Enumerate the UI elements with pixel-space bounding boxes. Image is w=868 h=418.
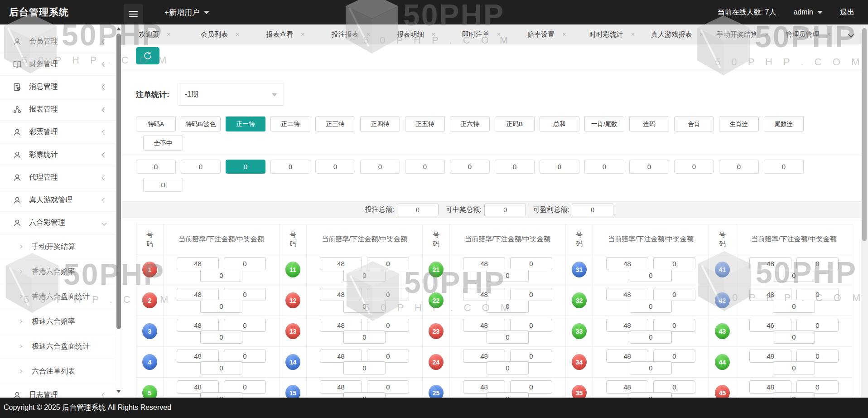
tab-close-icon[interactable]: ✕ <box>765 31 769 38</box>
win-input-3[interactable] <box>200 331 242 344</box>
odds-input-2[interactable] <box>177 288 219 301</box>
add-user-button[interactable]: +新增用户 <box>164 0 209 24</box>
filter-button-8[interactable]: 正码B <box>495 117 535 131</box>
bet-input-12[interactable] <box>367 288 409 301</box>
odds-input-45[interactable] <box>749 380 791 394</box>
bet-input-43[interactable] <box>796 319 839 332</box>
odds-input-13[interactable] <box>320 319 362 332</box>
filter-button-5[interactable]: 正四特 <box>360 117 400 131</box>
filter-button-4[interactable]: 正三特 <box>315 117 355 131</box>
page-scroll-thumb[interactable] <box>862 28 867 241</box>
bet-input-3[interactable] <box>224 319 266 332</box>
odds-input-35[interactable] <box>606 380 648 394</box>
odds-input-42[interactable] <box>749 288 791 301</box>
filter-button-1[interactable]: 特码B/波色 <box>181 117 221 131</box>
tab-6[interactable]: 赔率设置✕ <box>514 24 579 44</box>
odds-input-25[interactable] <box>463 380 505 394</box>
filter-value-input-13[interactable] <box>719 160 759 174</box>
filter-value-input-10[interactable] <box>584 160 624 174</box>
odds-input-24[interactable] <box>463 350 505 363</box>
profit-total-input[interactable] <box>572 204 613 216</box>
tab-7[interactable]: 时时彩统计✕ <box>579 24 645 44</box>
sidebar-item-2[interactable]: 消息管理 <box>0 76 115 98</box>
filter-value-input-14[interactable] <box>764 160 804 174</box>
page-scrollbar[interactable] <box>861 24 868 418</box>
filter-value-input-4[interactable] <box>315 160 355 174</box>
win-input-12[interactable] <box>343 300 386 313</box>
odds-input-32[interactable] <box>606 288 648 301</box>
odds-input-41[interactable] <box>749 257 791 270</box>
sidebar-subitem-8-5[interactable]: 六合注单列表 <box>0 359 115 384</box>
win-input-44[interactable] <box>773 361 815 374</box>
filter-button-0[interactable]: 特码A <box>136 117 176 131</box>
refresh-button[interactable] <box>136 47 159 64</box>
tab-2[interactable]: 报表查看✕ <box>253 24 318 44</box>
tab-close-icon[interactable]: ✕ <box>366 31 371 38</box>
filter-value-input-2[interactable] <box>226 160 265 174</box>
sidebar-item-8[interactable]: 六合彩管理 <box>0 212 115 234</box>
tab-10[interactable]: 管理员管理✕ <box>776 24 841 44</box>
win-input-32[interactable] <box>630 300 672 313</box>
filter-button-7[interactable]: 正六特 <box>450 117 490 131</box>
filter-value-input-1[interactable] <box>181 160 221 174</box>
win-input-42[interactable] <box>773 300 815 313</box>
win-input-34[interactable] <box>630 361 672 374</box>
tab-1[interactable]: 会员列表✕ <box>188 24 253 44</box>
win-input-1[interactable] <box>200 269 242 282</box>
bet-input-32[interactable] <box>653 288 695 301</box>
scroll-up-icon[interactable] <box>116 27 121 30</box>
sidebar-item-3[interactable]: 报表管理 <box>0 98 115 121</box>
bet-input-14[interactable] <box>367 350 409 363</box>
filter-value-input-12[interactable] <box>674 160 714 174</box>
filter-value-input-8[interactable] <box>495 160 535 174</box>
sidebar-subitem-8-2[interactable]: 香港六合盘面统计 <box>0 284 115 309</box>
period-select[interactable]: -1期 <box>178 83 284 106</box>
win-input-24[interactable] <box>487 361 529 374</box>
bet-input-31[interactable] <box>653 257 695 270</box>
filter-button-2[interactable]: 正一特 <box>226 117 265 131</box>
win-input-11[interactable] <box>343 269 386 282</box>
odds-input-12[interactable] <box>320 288 362 301</box>
bet-input-1[interactable] <box>224 257 266 270</box>
odds-input-11[interactable] <box>320 257 362 270</box>
bet-input-35[interactable] <box>653 380 695 394</box>
bet-input-13[interactable] <box>367 319 409 332</box>
odds-input-23[interactable] <box>463 319 505 332</box>
win-input-2[interactable] <box>200 300 242 313</box>
tab-close-icon[interactable]: ✕ <box>431 31 436 38</box>
tab-9[interactable]: 手动开奖结算✕ <box>710 24 776 44</box>
sidebar-item-5[interactable]: 彩票统计 <box>0 144 115 166</box>
bet-input-4[interactable] <box>224 350 266 363</box>
tab-close-icon[interactable]: ✕ <box>300 31 305 38</box>
filter-value-input-11[interactable] <box>629 160 669 174</box>
odds-input-15[interactable] <box>320 380 362 394</box>
filter-value-input-7[interactable] <box>450 160 490 174</box>
bet-input-24[interactable] <box>510 350 552 363</box>
sidebar-subitem-8-1[interactable]: 香港六合赔率 <box>0 259 115 284</box>
sidebar-subitem-8-0[interactable]: 手动开奖结算 <box>0 234 115 259</box>
odds-input-34[interactable] <box>606 350 648 363</box>
filter-button-11[interactable]: 连码 <box>629 117 669 131</box>
win-input-43[interactable] <box>773 331 815 344</box>
filter-value-input-6[interactable] <box>405 160 445 174</box>
filter-button-13[interactable]: 生肖连 <box>719 117 759 131</box>
bet-input-23[interactable] <box>510 319 552 332</box>
bet-input-42[interactable] <box>796 288 839 301</box>
sidebar-subitem-8-4[interactable]: 极速六合盘面统计 <box>0 334 115 359</box>
bet-input-41[interactable] <box>796 257 839 270</box>
tab-0[interactable]: 欢迎页✕ <box>122 24 188 44</box>
win-total-input[interactable] <box>484 204 526 216</box>
filter-button-6[interactable]: 正五特 <box>405 117 445 131</box>
bet-input-22[interactable] <box>510 288 552 301</box>
bet-input-21[interactable] <box>510 257 552 270</box>
bet-input-25[interactable] <box>510 380 552 394</box>
tab-4[interactable]: 报表明细✕ <box>384 24 449 44</box>
sidebar-item-4[interactable]: 彩票管理 <box>0 121 115 144</box>
odds-input-3[interactable] <box>177 319 219 332</box>
sidebar-item-1[interactable]: 财务管理 <box>0 53 115 76</box>
odds-input-14[interactable] <box>320 350 362 363</box>
tab-overflow-button[interactable] <box>841 33 861 37</box>
bet-input-5[interactable] <box>224 380 266 394</box>
scroll-down-icon[interactable] <box>116 390 121 393</box>
tab-close-icon[interactable]: ✕ <box>167 31 171 38</box>
